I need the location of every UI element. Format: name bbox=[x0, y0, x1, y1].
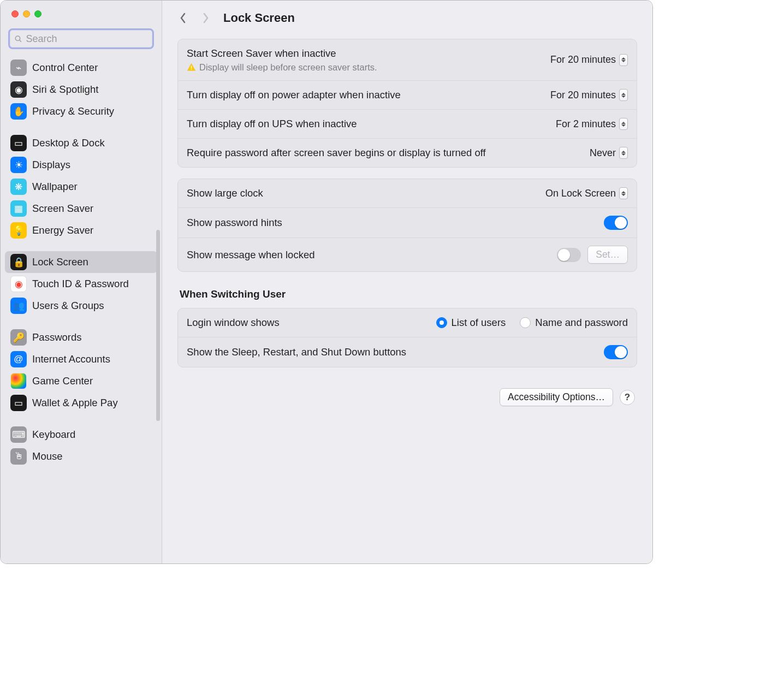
accessibility-options-button[interactable]: Accessibility Options… bbox=[500, 388, 613, 406]
displays-icon: ☀ bbox=[10, 157, 27, 173]
require-password-label: Require password after screen saver begi… bbox=[187, 146, 492, 159]
show-sleep-toggle[interactable] bbox=[604, 345, 628, 359]
require-password-value: Never bbox=[590, 147, 616, 159]
toolbar: Lock Screen bbox=[162, 1, 652, 35]
display-off-ups-label: Turn display off on UPS when inactive bbox=[187, 117, 549, 130]
sidebar-item-energy-saver[interactable]: 💡Energy Saver bbox=[5, 219, 157, 241]
sidebar-item-wallpaper[interactable]: ❋Wallpaper bbox=[5, 176, 157, 198]
help-button[interactable]: ? bbox=[620, 390, 635, 405]
row-require-password: Require password after screen saver begi… bbox=[178, 139, 637, 167]
close-window-button[interactable] bbox=[11, 10, 19, 17]
content: Start Screen Saver when inactive Display… bbox=[162, 35, 652, 417]
stepper-icon bbox=[619, 54, 628, 66]
sidebar-item-screen-saver[interactable]: ▦Screen Saver bbox=[5, 198, 157, 219]
panel-display-options: Show large clock On Lock Screen Show pas… bbox=[177, 179, 637, 272]
sidebar-item-desktop-dock[interactable]: ▭Desktop & Dock bbox=[5, 132, 157, 154]
system-settings-window: ⌁Control Center◉Siri & Spotlight✋Privacy… bbox=[1, 1, 652, 563]
sidebar-item-label: Control Center bbox=[32, 62, 98, 74]
sidebar-item-siri[interactable]: ◉Siri & Spotlight bbox=[5, 79, 157, 100]
sidebar-item-label: Wallet & Apple Pay bbox=[32, 397, 118, 409]
password-hints-label: Show password hints bbox=[187, 216, 597, 229]
sidebar-item-keyboard[interactable]: ⌨Keyboard bbox=[5, 424, 157, 446]
display-off-ups-popup[interactable]: For 2 minutes bbox=[556, 118, 628, 130]
sidebar-item-label: Touch ID & Password bbox=[32, 278, 129, 290]
sidebar-item-passwords[interactable]: 🔑Passwords bbox=[5, 326, 157, 348]
sidebar-item-users-groups[interactable]: 👥Users & Groups bbox=[5, 295, 157, 317]
game-center-icon bbox=[10, 373, 27, 389]
sidebar-item-internet-accounts[interactable]: @Internet Accounts bbox=[5, 348, 157, 370]
sidebar-item-displays[interactable]: ☀Displays bbox=[5, 154, 157, 176]
svg-point-0 bbox=[15, 36, 20, 40]
row-screen-saver: Start Screen Saver when inactive Display… bbox=[178, 39, 637, 81]
row-login-window: Login window shows List of users Name an… bbox=[178, 308, 637, 337]
lock-screen-icon: 🔒 bbox=[10, 254, 27, 270]
display-off-power-value: For 20 minutes bbox=[550, 90, 616, 101]
search-icon bbox=[14, 34, 23, 44]
panel-switching-user: Login window shows List of users Name an… bbox=[177, 308, 637, 367]
radio-list-of-users[interactable]: List of users bbox=[436, 317, 506, 329]
zoom-window-button[interactable] bbox=[34, 10, 41, 17]
sidebar-item-label: Siri & Spotlight bbox=[32, 84, 98, 96]
radio-name-password[interactable]: Name and password bbox=[520, 317, 628, 329]
stepper-icon bbox=[619, 147, 628, 159]
screen-saver-popup[interactable]: For 20 minutes bbox=[550, 54, 628, 66]
require-password-popup[interactable]: Never bbox=[590, 147, 628, 159]
password-hints-toggle[interactable] bbox=[604, 216, 628, 230]
screen-saver-warning-text: Display will sleep before screen saver s… bbox=[199, 62, 377, 73]
sidebar-item-label: Game Center bbox=[32, 375, 93, 387]
search-field[interactable] bbox=[8, 28, 154, 49]
sidebar-item-label: Mouse bbox=[32, 450, 63, 462]
stepper-icon bbox=[619, 118, 628, 130]
sidebar-item-game-center[interactable]: Game Center bbox=[5, 370, 157, 392]
screen-saver-label: Start Screen Saver when inactive bbox=[187, 47, 544, 60]
touch-id-icon: ◉ bbox=[10, 276, 27, 292]
wallpaper-icon: ❋ bbox=[10, 179, 27, 195]
large-clock-value: On Lock Screen bbox=[545, 188, 616, 199]
svg-rect-2 bbox=[191, 66, 192, 68]
set-message-button[interactable]: Set… bbox=[587, 246, 628, 264]
sidebar-item-label: Wallpaper bbox=[32, 181, 78, 193]
sidebar-item-lock-screen[interactable]: 🔒Lock Screen bbox=[5, 251, 157, 273]
svg-line-1 bbox=[20, 40, 21, 41]
sidebar-item-label: Screen Saver bbox=[32, 203, 93, 215]
show-message-toggle[interactable] bbox=[557, 248, 581, 262]
row-password-hints: Show password hints bbox=[178, 208, 637, 238]
search-input[interactable] bbox=[26, 33, 149, 45]
display-off-power-popup[interactable]: For 20 minutes bbox=[550, 89, 628, 101]
sidebar-item-label: Keyboard bbox=[32, 429, 75, 441]
keyboard-icon: ⌨ bbox=[10, 426, 27, 443]
siri-icon: ◉ bbox=[10, 81, 27, 98]
sidebar-item-label: Desktop & Dock bbox=[32, 137, 105, 149]
sidebar: ⌁Control Center◉Siri & Spotlight✋Privacy… bbox=[1, 1, 162, 563]
row-large-clock: Show large clock On Lock Screen bbox=[178, 179, 637, 208]
sidebar-item-wallet[interactable]: ▭Wallet & Apple Pay bbox=[5, 392, 157, 414]
sidebar-scrollbar[interactable] bbox=[156, 230, 160, 421]
svg-rect-3 bbox=[191, 69, 192, 69]
sidebar-item-label: Displays bbox=[32, 159, 70, 171]
sidebar-item-touch-id[interactable]: ◉Touch ID & Password bbox=[5, 273, 157, 295]
sidebar-item-control-center[interactable]: ⌁Control Center bbox=[5, 57, 157, 79]
back-button[interactable] bbox=[177, 11, 188, 25]
chevron-right-icon bbox=[203, 13, 209, 23]
sidebar-item-label: Users & Groups bbox=[32, 300, 104, 312]
sidebar-item-privacy[interactable]: ✋Privacy & Security bbox=[5, 100, 157, 122]
panel-inactivity: Start Screen Saver when inactive Display… bbox=[177, 39, 637, 168]
warning-icon bbox=[187, 63, 196, 72]
display-off-power-label: Turn display off on power adapter when i… bbox=[187, 88, 544, 102]
switching-user-header: When Switching User bbox=[180, 288, 635, 300]
radio-list-label: List of users bbox=[452, 317, 506, 329]
footer-row: Accessibility Options… ? bbox=[177, 378, 637, 406]
sidebar-list[interactable]: ⌁Control Center◉Siri & Spotlight✋Privacy… bbox=[1, 54, 162, 563]
display-off-ups-value: For 2 minutes bbox=[556, 118, 616, 130]
login-window-radio-group: List of users Name and password bbox=[436, 317, 628, 329]
large-clock-popup[interactable]: On Lock Screen bbox=[545, 187, 628, 199]
screen-saver-icon: ▦ bbox=[10, 200, 27, 217]
users-groups-icon: 👥 bbox=[10, 298, 27, 314]
sidebar-item-mouse[interactable]: 🖱Mouse bbox=[5, 446, 157, 467]
sidebar-item-label: Energy Saver bbox=[32, 224, 93, 236]
forward-button[interactable] bbox=[200, 11, 211, 25]
energy-saver-icon: 💡 bbox=[10, 222, 27, 239]
search-wrap bbox=[1, 17, 162, 54]
minimize-window-button[interactable] bbox=[23, 10, 30, 17]
privacy-icon: ✋ bbox=[10, 103, 27, 120]
